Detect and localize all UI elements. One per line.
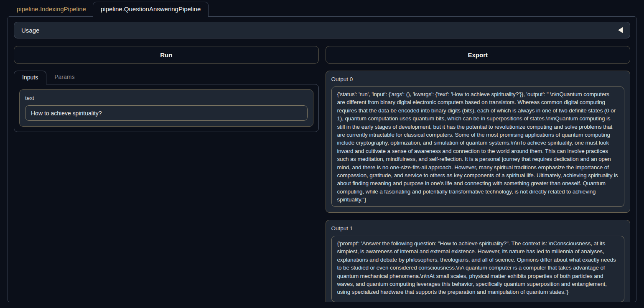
export-button[interactable]: Export <box>326 46 631 64</box>
tab-inputs[interactable]: Inputs <box>14 71 46 84</box>
tab-question-answering-pipeline[interactable]: pipeline.QuestionAnsweringPipeline <box>93 2 209 17</box>
left-column: Run Inputs Params text <box>14 46 319 302</box>
inputs-tab-content: text <box>14 84 319 132</box>
run-button[interactable]: Run <box>14 46 319 64</box>
tab-indexing-pipeline[interactable]: pipeline.IndexingPipeline <box>10 2 93 16</box>
output-1-block: Output 1 {'prompt': 'Answer the followin… <box>326 220 631 302</box>
io-subtabs: Inputs Params text <box>14 71 319 132</box>
output-0-textarea[interactable]: {'status': 'run', 'input': {'args': (), … <box>331 87 625 207</box>
output-1-label: Output 1 <box>331 225 625 232</box>
text-input-block: text <box>19 89 313 127</box>
content-row: Run Inputs Params text Export Output 0 <box>14 46 630 302</box>
usage-accordion-header[interactable]: Usage <box>14 22 630 38</box>
left-triangle-icon <box>618 27 623 33</box>
output-1-textarea[interactable]: {'prompt': 'Answer the following questio… <box>331 236 625 302</box>
right-column: Export Output 0 {'status': 'run', 'input… <box>326 46 631 302</box>
output-0-label: Output 0 <box>331 76 625 82</box>
pipeline-tab-panel: Usage Run Inputs Params text Ex <box>8 16 636 302</box>
output-0-block: Output 0 {'status': 'run', 'input': {'ar… <box>326 71 631 213</box>
text-input[interactable] <box>25 105 308 121</box>
text-input-label: text <box>25 95 308 101</box>
top-tab-bar: pipeline.IndexingPipeline pipeline.Quest… <box>0 0 644 16</box>
io-subtab-bar: Inputs Params <box>14 71 319 84</box>
tab-params[interactable]: Params <box>46 71 82 84</box>
usage-accordion-label: Usage <box>21 27 39 34</box>
